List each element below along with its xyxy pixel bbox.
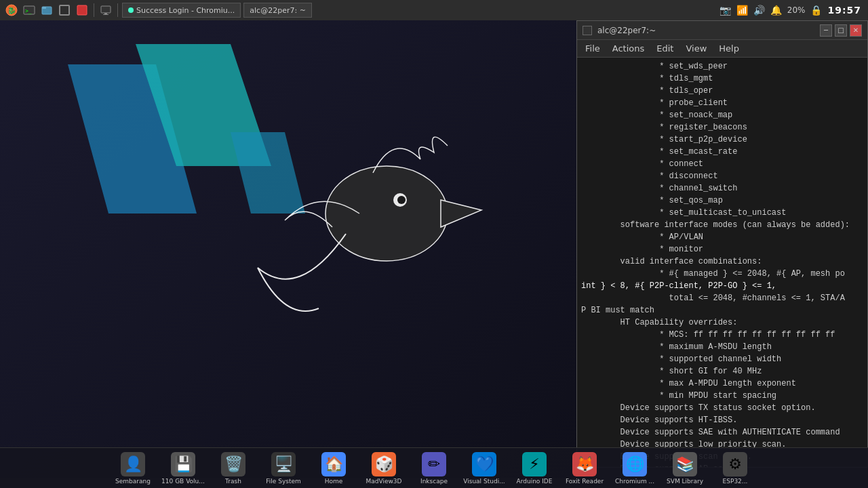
dock-item-madview3d[interactable]: 🎲MadView3D <box>360 451 408 486</box>
svg-rect-7 <box>77 5 87 15</box>
terminal-title: alc@22per7:~ <box>597 26 656 35</box>
dock-icon-2: 🗑️ <box>221 452 245 476</box>
taskbar-top: 🐉 >_ <box>0 0 868 20</box>
dock-item-svm-library[interactable]: 📚SVM Library <box>661 451 709 486</box>
menu-edit[interactable]: Edit <box>651 42 679 55</box>
dock-label-8: Arduino IDE <box>517 478 553 485</box>
terminal-line: * set_qos_map <box>581 195 863 207</box>
terminal-line: * tdls_oper <box>581 85 863 97</box>
lock-icon[interactable]: 🔒 <box>810 5 822 16</box>
terminal-win-controls: ─ □ ✕ <box>820 24 862 37</box>
taskbar-files-icon[interactable] <box>39 3 54 18</box>
taskbar-terminal-btn[interactable]: alc@22per7: ~ <box>243 3 312 18</box>
dock-label-5: MadView3D <box>366 478 401 485</box>
dock-icon-4: 🏠 <box>321 452 346 476</box>
menu-help[interactable]: Help <box>713 42 745 55</box>
taskbar-square-icon[interactable] <box>57 3 72 18</box>
terminal-line: * set_multicast_to_unicast <box>581 207 863 219</box>
terminal-line: * monitor <box>581 243 863 256</box>
terminal-close-btn[interactable]: ✕ <box>850 24 862 37</box>
dock-icon-10: 🌐 <box>623 452 647 476</box>
taskbar-red-icon[interactable] <box>75 3 90 18</box>
dock-item-110-gb-volu---[interactable]: 💾110 GB Volu... <box>159 451 207 486</box>
dock-label-9: Foxit Reader <box>566 478 604 485</box>
terminal-line: * probe_client <box>581 97 863 109</box>
dock-label-6: Inkscape <box>420 478 448 485</box>
dock-item-esp32---[interactable]: ⚙️ESP32... <box>711 451 759 486</box>
dock-item-file-system[interactable]: 🖥️File System <box>260 451 307 486</box>
svg-rect-10 <box>103 14 108 15</box>
menu-view[interactable]: View <box>680 42 712 55</box>
time-display: 19:57 <box>827 5 861 16</box>
terminal-minimize-btn[interactable]: ─ <box>820 24 832 37</box>
dock-label-1: 110 GB Volu... <box>161 478 205 485</box>
dock-label-2: Trash <box>225 478 241 485</box>
terminal-line: * channel_switch <box>581 182 863 195</box>
terminal-line: * maximum A-MSDU length <box>581 341 863 353</box>
terminal-line: * register_beacons <box>581 121 863 134</box>
dock-icon-1: 💾 <box>171 452 195 476</box>
terminal-line: * set_wds_peer <box>581 60 863 73</box>
dock-icon-9: 🦊 <box>572 452 597 476</box>
dock-item-sembarang[interactable]: 👤Sembarang <box>109 451 157 486</box>
terminal-line: * max A-MPDU length exponent <box>581 378 863 390</box>
svg-rect-8 <box>101 6 111 13</box>
dock-label-3: File System <box>266 478 300 485</box>
terminal-line: * min MPDU start spacing <box>581 390 863 402</box>
dock-icon-3: 🖥️ <box>271 452 296 476</box>
dock-item-trash[interactable]: 🗑️Trash <box>210 451 257 486</box>
svg-rect-9 <box>104 13 107 14</box>
bell-icon[interactable]: 🔔 <box>770 5 782 16</box>
dock-item-visual-studi---[interactable]: 💙Visual Studi... <box>460 451 508 486</box>
dock-label-12: ESP32... <box>723 478 748 485</box>
dock-icon-7: 💙 <box>472 452 496 476</box>
dock-label-11: SVM Library <box>667 478 703 485</box>
terminal-line: * connect <box>581 158 863 170</box>
terminal-checkbox[interactable] <box>583 26 592 35</box>
svg-point-15 <box>326 166 448 261</box>
terminal-line: total <= 2048, #channels <= 1, STA/A <box>581 292 863 304</box>
taskbar-sep1 <box>94 3 94 17</box>
taskbar-dragon-icon[interactable]: 🐉 <box>4 3 19 18</box>
dock-icon-8: ⚡ <box>522 452 547 476</box>
terminal-maximize-btn[interactable]: □ <box>835 24 847 37</box>
terminal-line: HT Capability overrides: <box>581 317 863 329</box>
menu-file[interactable]: File <box>580 42 606 55</box>
terminal-line: Device supports SAE with AUTHENTICATE co… <box>581 426 863 439</box>
svg-rect-5 <box>42 7 46 9</box>
svg-text:>_: >_ <box>25 8 32 14</box>
terminal-menubar: File Actions Edit View Help <box>577 40 867 58</box>
svg-rect-6 <box>60 5 69 15</box>
terminal-content[interactable]: * set_wds_peer * tdls_mgmt * tdls_oper *… <box>577 58 867 467</box>
dock-item-chromium----[interactable]: 🌐Chromium ... <box>611 451 658 486</box>
dock-item-home[interactable]: 🏠Home <box>310 451 357 486</box>
dock-item-inkscape[interactable]: ✏️Inkscape <box>410 451 458 486</box>
taskbar-chromium-btn[interactable]: Success Login - Chromiu... <box>122 3 241 18</box>
dock-item-arduino-ide[interactable]: ⚡Arduino IDE <box>511 451 558 486</box>
dock-icon-11: 📚 <box>673 452 697 476</box>
taskbar-terminal-icon[interactable]: >_ <box>22 3 37 18</box>
terminal-line: * #{ managed } <= 2048, #{ AP, mesh po <box>581 268 863 280</box>
terminal-titlebar: alc@22per7:~ ─ □ ✕ <box>577 21 867 40</box>
desktop-background <box>0 0 576 488</box>
wifi-icon[interactable]: 📶 <box>736 5 748 16</box>
dock-item-foxit-reader[interactable]: 🦊Foxit Reader <box>561 451 608 486</box>
dock-icon-0: 👤 <box>121 452 145 476</box>
camera-icon[interactable]: 📷 <box>719 5 731 16</box>
taskbar-bottom: 👤Sembarang💾110 GB Volu...🗑️Trash🖥️File S… <box>0 447 868 488</box>
speaker-icon[interactable]: 🔊 <box>753 5 765 16</box>
terminal-line: P BI must match <box>581 304 863 317</box>
taskbar-sep2 <box>117 3 118 17</box>
dock-label-4: Home <box>325 478 343 485</box>
terminal-title-left: alc@22per7:~ <box>583 26 656 35</box>
dock-icon-5: 🎲 <box>372 452 396 476</box>
terminal-line: * set_noack_map <box>581 109 863 121</box>
terminal-line: * short GI for 40 MHz <box>581 365 863 378</box>
terminal-line: * set_mcast_rate <box>581 146 863 158</box>
terminal-line: * AP/VLAN <box>581 231 863 243</box>
menu-actions[interactable]: Actions <box>607 42 650 55</box>
terminal-line: valid interface combinations: <box>581 256 863 268</box>
svg-point-18 <box>397 196 406 204</box>
taskbar-monitor-icon[interactable] <box>98 3 113 18</box>
taskbar-right-area: 📷 📶 🔊 🔔 20% 🔒 19:57 <box>316 5 868 16</box>
